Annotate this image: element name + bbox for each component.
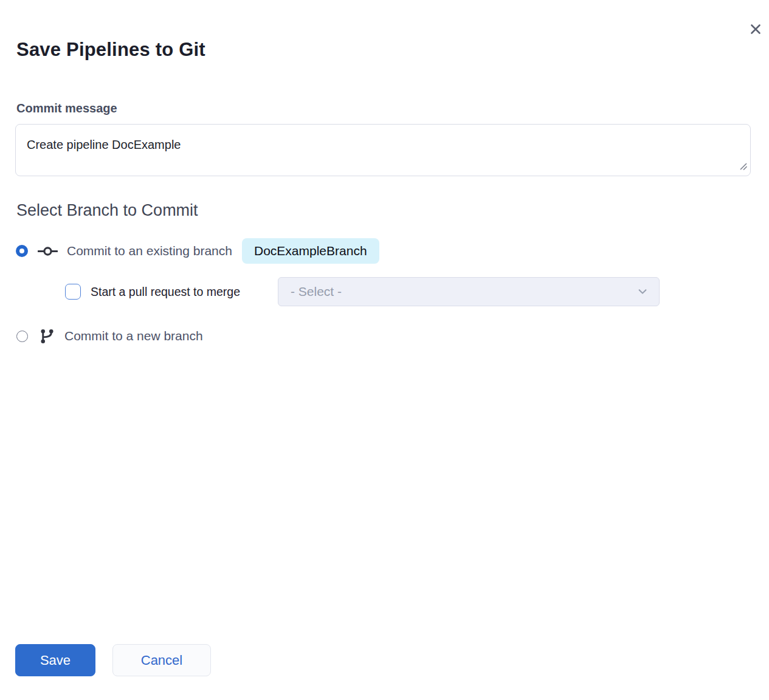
new-branch-option-row: Commit to a new branch	[16, 323, 203, 349]
existing-branch-label[interactable]: Commit to an existing branch	[67, 244, 232, 258]
commit-message-field: Create pipeline DocExample	[15, 124, 751, 176]
close-button[interactable]	[747, 21, 764, 38]
git-branch-icon	[39, 328, 55, 345]
new-branch-label[interactable]: Commit to a new branch	[64, 329, 203, 343]
commit-message-label: Commit message	[16, 101, 117, 115]
merge-target-select[interactable]: - Select -	[278, 277, 660, 306]
pull-request-row: Start a pull request to merge	[65, 277, 240, 306]
save-pipelines-dialog: Save Pipelines to Git Commit message Cre…	[0, 0, 769, 700]
pull-request-label[interactable]: Start a pull request to merge	[91, 285, 240, 299]
pull-request-checkbox[interactable]	[65, 284, 81, 300]
branch-section-heading: Select Branch to Commit	[16, 201, 198, 220]
dialog-footer: Save Cancel	[15, 644, 211, 676]
existing-branch-radio[interactable]	[16, 245, 28, 257]
close-icon	[748, 22, 763, 36]
merge-target-placeholder: - Select -	[291, 284, 637, 299]
new-branch-radio[interactable]	[16, 331, 28, 342]
commit-message-input[interactable]: Create pipeline DocExample	[15, 124, 751, 176]
cancel-button[interactable]: Cancel	[112, 644, 211, 676]
git-commit-icon	[38, 244, 58, 258]
existing-branch-option-row: Commit to an existing branch DocExampleB…	[16, 238, 379, 264]
save-button[interactable]: Save	[15, 644, 95, 676]
chevron-down-icon	[637, 286, 648, 297]
branch-badge: DocExampleBranch	[242, 238, 379, 264]
dialog-title: Save Pipelines to Git	[16, 39, 205, 61]
